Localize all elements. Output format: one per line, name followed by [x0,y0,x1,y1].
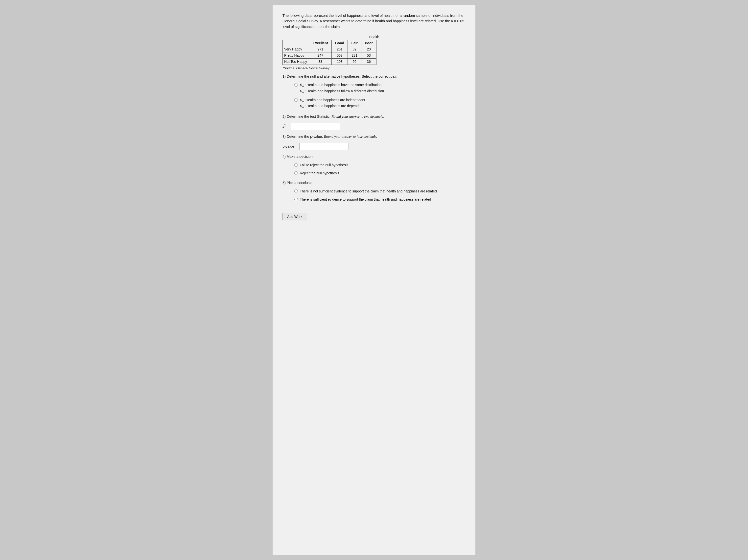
cell-ph-excellent: 247 [309,52,331,59]
q1-options-group: Ho : Health and happiness have the same … [294,83,466,109]
q1a-h0: Ho : Health and happiness have the same … [300,83,381,87]
q1-radio-b[interactable] [294,98,298,102]
cell-ph-fair: 231 [348,52,361,59]
q5-radio-a[interactable] [294,189,298,193]
table-header-empty [283,40,309,46]
q1-option-b[interactable]: Ho :Health and happiness are independent… [294,97,466,110]
row-label-very-happy: Very Happy [283,46,309,52]
q5-option-a[interactable]: There is not sufficient evidence to supp… [294,189,466,194]
p-value-input-row: p-value = [282,143,466,150]
q1-option-b-text: Ho :Health and happiness are independent… [300,97,365,110]
cell-vh-poor: 20 [361,46,376,52]
cell-nth-good: 103 [331,59,348,65]
table-header-fair: Fair [348,40,361,46]
q5-option-b-text: There is sufficient evidence to support … [300,197,431,202]
table-header-excellent: Excellent [309,40,331,46]
cell-nth-poor: 36 [361,59,376,65]
cell-ph-good: 567 [331,52,348,59]
q5-option-b[interactable]: There is sufficient evidence to support … [294,197,466,202]
q4-radio-b[interactable] [294,171,298,175]
q4-option-b-text: Reject the null hypothesis [300,171,340,176]
cell-nth-fair: 92 [348,59,361,65]
add-work-button[interactable]: Add Work [282,213,307,220]
row-label-pretty-happy: Pretty Happy [283,52,309,59]
question-1-text: 1) Determine the null and alternative hy… [282,74,466,78]
q1-option-a[interactable]: Ho : Health and happiness have the same … [294,83,466,94]
q1b-ha: Ha : Health and happiness are dependent [300,104,364,108]
table-row: Not Too Happy 33 103 92 36 [283,59,376,65]
intro-paragraph: The following data represent the level o… [282,13,466,29]
p-value-input[interactable] [299,143,349,150]
cell-nth-excellent: 33 [309,59,331,65]
q2-note: Round your answer to two decimals. [331,115,384,118]
q5-option-a-text: There is not sufficient evidence to supp… [300,189,437,194]
q5-radio-b[interactable] [294,197,298,201]
cell-ph-poor: 53 [361,52,376,59]
q5-options-group: There is not sufficient evidence to supp… [294,189,466,202]
main-container: The following data represent the level o… [273,5,475,555]
q1-radio-a[interactable] [294,83,298,87]
q1b-h0: Ho :Health and happiness are independent [300,98,365,102]
source-text: *Source: General Social Survey [282,66,466,70]
cell-vh-excellent: 271 [309,46,331,52]
chi-square-input[interactable] [290,123,340,130]
table-row: Pretty Happy 247 567 231 53 [283,52,376,59]
q4-option-b[interactable]: Reject the null hypothesis [294,171,466,176]
health-label: Health [282,35,466,39]
q4-option-a-text: Fail to reject the null hypothesis [300,163,348,168]
cell-vh-fair: 82 [348,46,361,52]
q4-radio-a[interactable] [294,163,298,167]
chi-square-input-row: x2 = [282,123,466,130]
data-table: Excellent Good Fair Poor Very Happy 271 … [282,40,376,65]
question-3-text: 3) Determine the p-value. Round your ans… [282,135,466,139]
cell-vh-good: 261 [331,46,348,52]
q1a-ha: Ha : Health and happiness follow a diffe… [300,89,384,93]
q3-note: Round your answer to four decimals. [324,135,377,139]
q4-options-group: Fail to reject the null hypothesis Rejec… [294,163,466,176]
q4-option-a[interactable]: Fail to reject the null hypothesis [294,163,466,168]
row-label-not-too-happy: Not Too Happy [283,59,309,65]
question-5-text: 5) Pick a conclusion. [282,181,466,185]
table-row: Very Happy 271 261 82 20 [283,46,376,52]
p-value-label: p-value = [282,144,297,148]
chi-square-label: x2 = [282,124,289,129]
question-4-text: 4) Make a decision. [282,155,466,159]
table-header-good: Good [331,40,348,46]
q1-option-a-text: Ho : Health and happiness have the same … [300,83,384,94]
table-header-poor: Poor [361,40,376,46]
question-2-text: 2) Determine the test Statistic. Round y… [282,115,466,119]
